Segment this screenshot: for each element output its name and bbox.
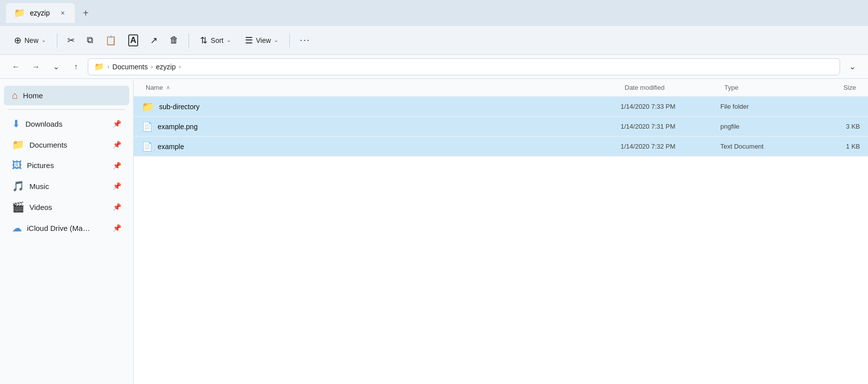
file-name-subdirectory: 📁 sub-directory	[142, 101, 621, 113]
view-icon: ☰	[245, 35, 253, 46]
new-label: New	[24, 36, 38, 44]
active-tab[interactable]: 📁 ezyzip ×	[6, 3, 75, 23]
copy-button[interactable]: ⧉	[82, 31, 98, 49]
breadcrumb-separator-1: ›	[107, 63, 109, 70]
tab-title: ezyzip	[30, 9, 50, 17]
file-row-example-txt[interactable]: 📄 example 1/14/2020 7:32 PM Text Documen…	[134, 137, 868, 157]
rename-button[interactable]: A	[123, 31, 143, 49]
videos-pin-icon: 📌	[113, 203, 121, 211]
sidebar: ⌂ Home ⬇ Downloads 📌 📁 Documents 📌 🖼 Pic…	[0, 79, 134, 384]
file-date-subdirectory: 1/14/2020 7:33 PM	[621, 103, 720, 110]
more-button[interactable]: ···	[295, 31, 315, 49]
new-chevron-icon: ⌄	[41, 37, 46, 43]
file-list-header: Name ∧ Date modified Type Size	[134, 79, 868, 97]
share-button[interactable]: ↗	[145, 31, 163, 49]
file-type-example-png: pngfile	[720, 123, 810, 130]
music-pin-icon: 📌	[113, 182, 121, 190]
breadcrumb-ezyzip[interactable]: ezyzip	[156, 63, 176, 71]
toolbar-separator-2	[189, 33, 189, 47]
toolbar-separator-3	[289, 33, 290, 47]
icloud-icon: ☁	[12, 222, 22, 234]
breadcrumb-separator-3: ›	[179, 63, 181, 70]
address-dropdown-button[interactable]: ⌄	[844, 59, 860, 75]
sidebar-documents-label: Documents	[29, 141, 67, 149]
sort-icon: ⇅	[200, 35, 208, 46]
sidebar-item-videos[interactable]: 🎬 Videos 📌	[4, 197, 129, 217]
sidebar-item-icloud[interactable]: ☁ iCloud Drive (Ma… 📌	[4, 218, 129, 238]
column-header-name[interactable]: Name ∧	[142, 82, 621, 93]
title-bar: 📁 ezyzip × +	[0, 0, 868, 26]
file-date-example-txt: 1/14/2020 7:32 PM	[621, 143, 720, 150]
folder-icon-subdirectory: 📁	[142, 101, 154, 113]
more-icon: ···	[300, 35, 310, 45]
paste-button[interactable]: 📋	[100, 31, 121, 49]
column-date-label: Date modified	[625, 84, 664, 91]
delete-icon: 🗑	[170, 35, 179, 45]
forward-icon: →	[32, 62, 40, 71]
column-header-size: Size	[810, 82, 860, 93]
sidebar-item-music[interactable]: 🎵 Music 📌	[4, 176, 129, 196]
cut-button[interactable]: ✂	[62, 31, 80, 49]
delete-button[interactable]: 🗑	[165, 31, 184, 49]
txt-icon-example: 📄	[142, 141, 153, 152]
breadcrumb-documents[interactable]: Documents	[112, 63, 148, 71]
sort-label: Sort	[211, 36, 223, 44]
back-button[interactable]: ←	[8, 59, 24, 75]
main-content: ⌂ Home ⬇ Downloads 📌 📁 Documents 📌 🖼 Pic…	[0, 79, 868, 384]
icloud-pin-icon: 📌	[113, 224, 121, 232]
view-chevron-icon: ⌄	[274, 37, 278, 43]
address-bar[interactable]: 📁 › Documents › ezyzip ›	[88, 58, 840, 75]
new-button[interactable]: ⊕ New ⌄	[8, 31, 52, 49]
pictures-pin-icon: 📌	[113, 162, 121, 170]
view-button[interactable]: ☰ View ⌄	[239, 31, 284, 49]
up-button[interactable]: ↑	[68, 59, 84, 75]
sidebar-item-home[interactable]: ⌂ Home	[4, 86, 129, 105]
downloads-pin-icon: 📌	[113, 120, 121, 128]
music-icon: 🎵	[12, 180, 24, 192]
file-name-example-png: 📄 example.png	[142, 121, 621, 132]
file-row-subdirectory[interactable]: 📁 sub-directory 1/14/2020 7:33 PM File f…	[134, 97, 868, 117]
file-row-example-png[interactable]: 📄 example.png 1/14/2020 7:31 PM pngfile …	[134, 117, 868, 137]
file-name-example-txt: 📄 example	[142, 141, 621, 152]
sidebar-videos-label: Videos	[29, 203, 52, 211]
rename-icon: A	[128, 34, 138, 46]
sidebar-divider	[8, 109, 125, 110]
documents-icon: 📁	[12, 139, 24, 151]
videos-icon: 🎬	[12, 201, 24, 213]
sort-button[interactable]: ⇅ Sort ⌄	[194, 31, 237, 49]
file-date-example-png: 1/14/2020 7:31 PM	[621, 123, 720, 130]
breadcrumb-separator-2: ›	[151, 63, 153, 70]
sidebar-item-documents[interactable]: 📁 Documents 📌	[4, 135, 129, 155]
toolbar: ⊕ New ⌄ ✂ ⧉ 📋 A ↗ 🗑 ⇅ Sort ⌄ ☰ View ⌄ ··…	[0, 26, 868, 55]
png-icon-example: 📄	[142, 121, 153, 132]
column-header-type: Type	[720, 82, 810, 93]
sidebar-downloads-label: Downloads	[25, 120, 62, 128]
tab-close-button[interactable]: ×	[59, 8, 67, 18]
column-header-date: Date modified	[621, 82, 720, 93]
documents-pin-icon: 📌	[113, 141, 121, 149]
file-label-example-png: example.png	[158, 123, 198, 131]
address-folder-icon: 📁	[94, 62, 104, 71]
new-icon: ⊕	[14, 35, 21, 46]
recent-icon: ⌄	[53, 62, 59, 71]
tab-folder-icon: 📁	[14, 7, 25, 18]
share-icon: ↗	[150, 35, 158, 46]
recent-button[interactable]: ⌄	[48, 59, 64, 75]
sidebar-home-label: Home	[23, 91, 43, 100]
pictures-icon: 🖼	[12, 160, 22, 171]
sidebar-pictures-label: Pictures	[27, 161, 54, 170]
name-sort-arrow: ∧	[166, 84, 170, 91]
paste-icon: 📋	[105, 35, 116, 46]
file-label-example-txt: example	[158, 143, 184, 151]
view-label: View	[256, 36, 271, 44]
sidebar-item-downloads[interactable]: ⬇ Downloads 📌	[4, 114, 129, 134]
file-size-example-png: 3 KB	[810, 123, 860, 130]
sidebar-item-pictures[interactable]: 🖼 Pictures 📌	[4, 156, 129, 175]
sidebar-icloud-label: iCloud Drive (Ma…	[27, 224, 90, 232]
forward-button[interactable]: →	[28, 59, 44, 75]
file-label-subdirectory: sub-directory	[159, 103, 200, 111]
new-tab-button[interactable]: +	[79, 5, 93, 21]
home-icon: ⌂	[12, 90, 18, 101]
column-size-label: Size	[844, 84, 856, 91]
sort-chevron-icon: ⌄	[226, 37, 231, 43]
